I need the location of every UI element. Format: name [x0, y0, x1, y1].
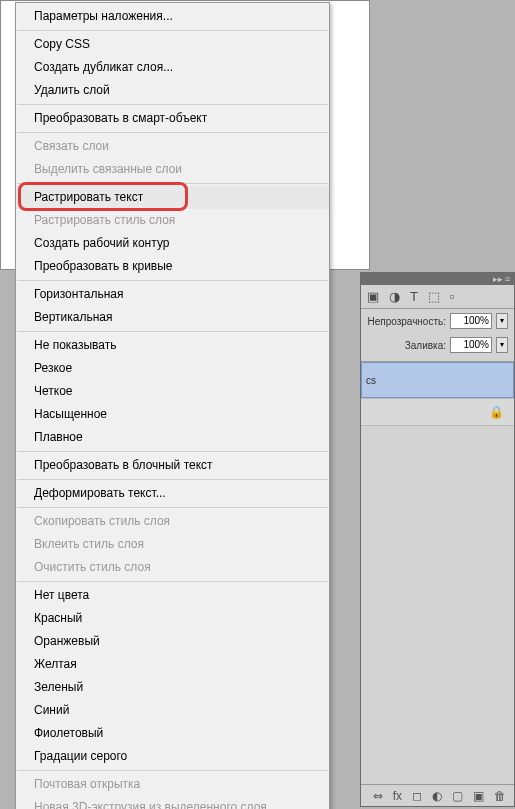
layer-context-menu: Параметры наложения...Copy CSSСоздать ду… — [15, 2, 330, 809]
menu-separator — [17, 770, 328, 771]
menu-item: Новая 3D-экструзия из выделенного слоя — [16, 796, 329, 809]
adjust-icon[interactable]: ◑ — [389, 289, 400, 304]
menu-item[interactable]: Параметры наложения... — [16, 5, 329, 28]
menu-separator — [17, 581, 328, 582]
smart-icon[interactable]: ▫ — [450, 289, 455, 304]
menu-item[interactable]: Растрировать текст — [16, 186, 329, 209]
panel-menu-icon[interactable]: ≡ — [505, 274, 510, 284]
menu-item: Очистить стиль слоя — [16, 556, 329, 579]
menu-separator — [17, 30, 328, 31]
image-icon[interactable]: ▣ — [367, 289, 379, 304]
menu-item[interactable]: Copy CSS — [16, 33, 329, 56]
folder-icon[interactable]: ▢ — [452, 789, 463, 803]
menu-item[interactable]: Преобразовать в блочный текст — [16, 454, 329, 477]
menu-item[interactable]: Создать дубликат слоя... — [16, 56, 329, 79]
menu-separator — [17, 183, 328, 184]
menu-item[interactable]: Преобразовать в кривые — [16, 255, 329, 278]
menu-item[interactable]: Фиолетовый — [16, 722, 329, 745]
menu-separator — [17, 132, 328, 133]
menu-item[interactable]: Деформировать текст... — [16, 482, 329, 505]
menu-item: Выделить связанные слои — [16, 158, 329, 181]
layers-panel: ▸▸ ≡ ▣ ◑ T ⬚ ▫ Непрозрачность: 100% ▾ За… — [360, 272, 515, 807]
menu-separator — [17, 451, 328, 452]
menu-item[interactable]: Красный — [16, 607, 329, 630]
opacity-dropdown[interactable]: ▾ — [496, 313, 508, 329]
layers-panel-footer: ⇔ fx ◻ ◐ ▢ ▣ 🗑 — [361, 784, 514, 806]
fill-label: Заливка: — [405, 340, 446, 351]
menu-separator — [17, 507, 328, 508]
menu-item[interactable]: Плавное — [16, 426, 329, 449]
opacity-input[interactable]: 100% — [450, 313, 492, 329]
adjustment-icon[interactable]: ◐ — [432, 789, 442, 803]
menu-separator — [17, 104, 328, 105]
fill-dropdown[interactable]: ▾ — [496, 337, 508, 353]
menu-item[interactable]: Не показывать — [16, 334, 329, 357]
menu-item[interactable]: Резкое — [16, 357, 329, 380]
new-layer-icon[interactable]: ▣ — [473, 789, 484, 803]
layer-name: cs — [366, 375, 376, 386]
menu-item[interactable]: Нет цвета — [16, 584, 329, 607]
menu-item: Связать слои — [16, 135, 329, 158]
menu-item[interactable]: Желтая — [16, 653, 329, 676]
menu-item[interactable]: Насыщенное — [16, 403, 329, 426]
menu-item: Растрировать стиль слоя — [16, 209, 329, 232]
menu-item[interactable]: Удалить слой — [16, 79, 329, 102]
menu-separator — [17, 479, 328, 480]
menu-item[interactable]: Создать рабочий контур — [16, 232, 329, 255]
collapse-arrow-icon[interactable]: ▸▸ — [493, 274, 503, 284]
text-icon[interactable]: T — [410, 289, 418, 304]
panel-icon-row: ▣ ◑ T ⬚ ▫ — [361, 285, 514, 309]
menu-separator — [17, 331, 328, 332]
link-icon[interactable]: ⇔ — [373, 789, 383, 803]
menu-item[interactable]: Вертикальная — [16, 306, 329, 329]
layers-list: cs 🔒 — [361, 362, 514, 722]
trash-icon[interactable]: 🗑 — [494, 789, 506, 803]
shape-icon[interactable]: ⬚ — [428, 289, 440, 304]
fill-input[interactable]: 100% — [450, 337, 492, 353]
mask-icon[interactable]: ◻ — [412, 789, 422, 803]
lock-icon[interactable]: 🔒 — [489, 405, 504, 419]
opacity-label: Непрозрачность: — [367, 316, 446, 327]
menu-item[interactable]: Градации серого — [16, 745, 329, 768]
layer-row[interactable]: cs — [361, 362, 514, 398]
menu-separator — [17, 280, 328, 281]
panel-controls: Непрозрачность: 100% ▾ Заливка: 100% ▾ — [361, 309, 514, 362]
panel-tab-strip: ▸▸ ≡ — [361, 273, 514, 285]
menu-item: Скопировать стиль слоя — [16, 510, 329, 533]
menu-item[interactable]: Горизонтальная — [16, 283, 329, 306]
menu-item: Вклеить стиль слоя — [16, 533, 329, 556]
menu-item[interactable]: Преобразовать в смарт-объект — [16, 107, 329, 130]
layer-lock-row: 🔒 — [361, 398, 514, 426]
fx-icon[interactable]: fx — [393, 789, 402, 803]
menu-item[interactable]: Четкое — [16, 380, 329, 403]
menu-item[interactable]: Синий — [16, 699, 329, 722]
menu-item[interactable]: Зеленый — [16, 676, 329, 699]
menu-item: Почтовая открытка — [16, 773, 329, 796]
menu-item[interactable]: Оранжевый — [16, 630, 329, 653]
